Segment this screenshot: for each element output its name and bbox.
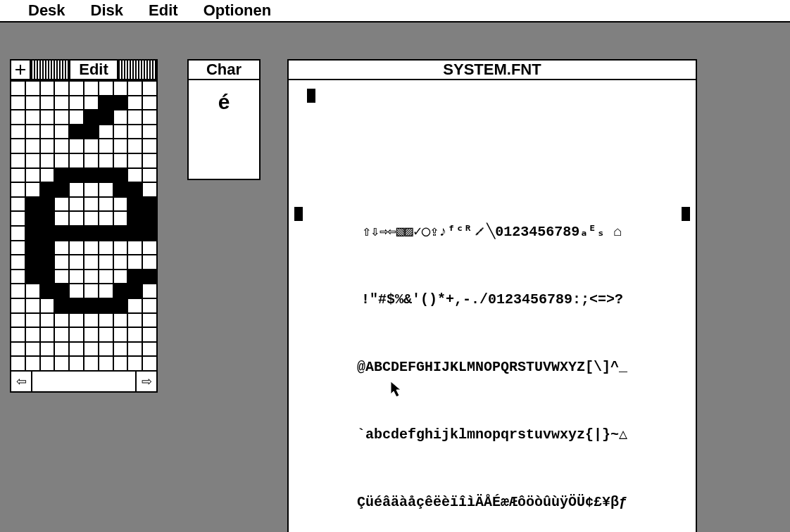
pixel-cell[interactable] <box>143 343 156 356</box>
pixel-cell[interactable] <box>114 198 127 211</box>
pixel-cell[interactable] <box>55 110 68 124</box>
pixel-cell[interactable] <box>114 96 127 110</box>
pixel-cell[interactable] <box>70 227 83 240</box>
scroll-left-button[interactable]: ⇦ <box>11 372 32 391</box>
pixel-cell[interactable] <box>11 198 25 211</box>
pixel-cell[interactable] <box>114 270 127 284</box>
pixel-cell[interactable] <box>128 343 142 356</box>
pixel-cell[interactable] <box>128 110 142 124</box>
pixel-cell[interactable] <box>99 227 113 240</box>
pixel-cell[interactable] <box>26 125 39 139</box>
pixel-cell[interactable] <box>26 357 39 370</box>
pixel-cell[interactable] <box>143 198 156 211</box>
pixel-cell[interactable] <box>143 314 156 327</box>
pixel-cell[interactable] <box>99 270 113 284</box>
pixel-cell[interactable] <box>70 125 83 139</box>
pixel-cell[interactable] <box>114 169 127 182</box>
pixel-cell[interactable] <box>99 82 113 95</box>
pixel-cell[interactable] <box>26 343 39 356</box>
menu-disk[interactable]: Disk <box>91 1 123 20</box>
pixel-cell[interactable] <box>41 198 54 211</box>
pixel-cell[interactable] <box>114 154 127 167</box>
pixel-cell[interactable] <box>55 154 68 167</box>
pixel-cell[interactable] <box>128 284 142 298</box>
pixel-cell[interactable] <box>70 183 83 196</box>
pixel-cell[interactable] <box>84 154 98 167</box>
pixel-cell[interactable] <box>26 139 39 153</box>
pixel-cell[interactable] <box>99 284 113 298</box>
pixel-cell[interactable] <box>84 139 98 153</box>
pixel-cell[interactable] <box>55 125 68 139</box>
pixel-cell[interactable] <box>26 270 39 284</box>
pixel-cell[interactable] <box>41 299 54 312</box>
pixel-cell[interactable] <box>70 139 83 153</box>
menu-edit[interactable]: Edit <box>149 1 178 20</box>
edit-window-titlebar[interactable]: Edit <box>11 61 156 80</box>
pixel-cell[interactable] <box>128 314 142 327</box>
pixel-cell[interactable] <box>70 328 83 341</box>
pixel-cell[interactable] <box>99 198 113 211</box>
pixel-cell[interactable] <box>128 198 142 211</box>
pixel-cell[interactable] <box>99 357 113 370</box>
pixel-cell[interactable] <box>128 241 142 255</box>
pixel-cell[interactable] <box>143 299 156 312</box>
pixel-cell[interactable] <box>143 241 156 255</box>
pixel-cell[interactable] <box>114 357 127 370</box>
pixel-cell[interactable] <box>143 328 156 341</box>
scroll-track[interactable] <box>32 372 135 391</box>
pixel-cell[interactable] <box>26 96 39 110</box>
pixel-cell[interactable] <box>114 314 127 327</box>
pixel-cell[interactable] <box>114 343 127 356</box>
pixel-cell[interactable] <box>84 96 98 110</box>
pixel-cell[interactable] <box>41 169 54 182</box>
pixel-cell[interactable] <box>99 255 113 269</box>
pixel-cell[interactable] <box>55 357 68 370</box>
pixel-cell[interactable] <box>11 255 25 269</box>
pixel-cell[interactable] <box>143 125 156 139</box>
charset-row[interactable]: @ABCDEFGHIJKLMNOPQRSTUVWXYZ[\]^_ <box>314 356 670 379</box>
pixel-cell[interactable] <box>114 328 127 341</box>
pixel-cell[interactable] <box>70 299 83 312</box>
pixel-cell[interactable] <box>11 328 25 341</box>
pixel-cell[interactable] <box>128 96 142 110</box>
pixel-cell[interactable] <box>128 212 142 225</box>
font-window-title[interactable]: SYSTEM.FNT <box>289 61 696 80</box>
pixel-cell[interactable] <box>84 125 98 139</box>
pixel-cell[interactable] <box>41 110 54 124</box>
pixel-cell[interactable] <box>84 284 98 298</box>
pixel-cell[interactable] <box>99 110 113 124</box>
pixel-cell[interactable] <box>55 183 68 196</box>
pixel-cell[interactable] <box>11 212 25 225</box>
pixel-cell[interactable] <box>26 241 39 255</box>
pixel-cell[interactable] <box>99 328 113 341</box>
pixel-cell[interactable] <box>55 314 68 327</box>
pixel-cell[interactable] <box>41 96 54 110</box>
pixel-cell[interactable] <box>128 227 142 240</box>
pixel-cell[interactable] <box>55 82 68 95</box>
pixel-cell[interactable] <box>84 343 98 356</box>
pixel-cell[interactable] <box>84 314 98 327</box>
pixel-cell[interactable] <box>11 284 25 298</box>
pixel-cell[interactable] <box>26 255 39 269</box>
pixel-cell[interactable] <box>55 212 68 225</box>
pixel-cell[interactable] <box>41 270 54 284</box>
pixel-cell[interactable] <box>41 82 54 95</box>
pixel-cell[interactable] <box>84 299 98 312</box>
pixel-cell[interactable] <box>26 154 39 167</box>
pixel-cell[interactable] <box>70 270 83 284</box>
pixel-cell[interactable] <box>26 169 39 182</box>
pixel-cell[interactable] <box>11 227 25 240</box>
pixel-cell[interactable] <box>143 270 156 284</box>
pixel-cell[interactable] <box>70 255 83 269</box>
pixel-cell[interactable] <box>114 125 127 139</box>
pixel-cell[interactable] <box>70 110 83 124</box>
pixel-cell[interactable] <box>11 343 25 356</box>
pixel-cell[interactable] <box>128 357 142 370</box>
pixel-cell[interactable] <box>55 255 68 269</box>
pixel-cell[interactable] <box>99 183 113 196</box>
pixel-cell[interactable] <box>128 328 142 341</box>
pixel-cell[interactable] <box>84 241 98 255</box>
pixel-cell[interactable] <box>99 96 113 110</box>
pixel-cell[interactable] <box>143 212 156 225</box>
pixel-cell[interactable] <box>143 139 156 153</box>
